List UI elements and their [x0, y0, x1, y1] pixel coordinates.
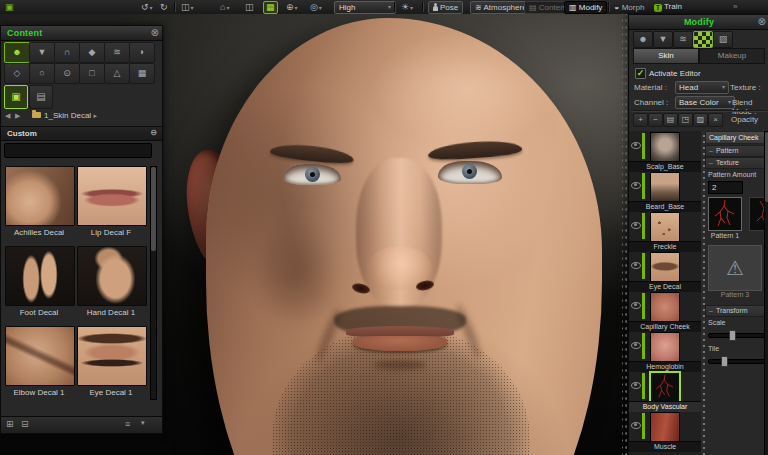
category-accessory-button[interactable]: ◆ [79, 42, 105, 63]
atmosphere-button[interactable]: ≋ Atmosphere [470, 1, 532, 14]
activate-editor-checkbox[interactable]: ✓ [635, 68, 646, 79]
layer-thumbnail[interactable] [650, 412, 680, 442]
thumbnail-large-view-icon[interactable]: ⊟ [21, 419, 29, 429]
pattern1-thumbnail[interactable] [708, 197, 742, 231]
tab-decal-icon[interactable]: ▨ [713, 31, 733, 48]
tab-texture-icon[interactable] [693, 31, 713, 48]
layer-item-selected[interactable]: Body Vascular [629, 371, 701, 411]
category-effect-button[interactable]: △ [104, 63, 130, 84]
tab-outfit-icon[interactable]: ▼ [653, 31, 673, 48]
grid-toggle-button[interactable]: ▦ [263, 1, 278, 14]
modify-panel-header[interactable]: Modify ⊗ [629, 15, 768, 30]
modify-scrollbar[interactable] [764, 131, 768, 455]
category-outfit-button[interactable]: ▼ [29, 42, 55, 63]
section-transform[interactable]: Transform [705, 305, 768, 317]
layer-thumbnail[interactable] [650, 132, 680, 162]
layer-thumbnail[interactable] [649, 371, 681, 403]
train-button[interactable]: TTrain [654, 1, 682, 13]
load-layer-button[interactable]: ▤ [663, 113, 678, 127]
thumbnail-small-view-icon[interactable]: ⊞ [6, 419, 14, 429]
section-texture[interactable]: Texture [705, 157, 768, 169]
layer-item[interactable]: Beard_Base [629, 171, 701, 211]
content-item[interactable]: Elbow Decal 1 [5, 326, 73, 397]
breadcrumb-back-icon[interactable]: ◀ [5, 112, 10, 120]
redo-button[interactable]: ↻ [160, 1, 168, 13]
category-camera-button[interactable]: ⊙ [54, 63, 80, 84]
layer-thumbnail[interactable] [650, 172, 680, 202]
undo-button[interactable]: ↺▾ [141, 1, 153, 13]
layer-thumbnail[interactable] [650, 252, 680, 282]
list-view-icon[interactable]: ≡ [125, 419, 130, 429]
breadcrumb-path[interactable]: 1_Skin Decal ▸ [29, 111, 97, 120]
layer-item[interactable]: Freckle [629, 211, 701, 251]
content-item[interactable]: Foot Decal [5, 246, 73, 317]
pose-button[interactable]: Pose [428, 1, 463, 14]
content-item-thumbnail[interactable] [5, 326, 75, 386]
add-layer-button[interactable]: + [633, 113, 648, 127]
content-item[interactable]: Eye Decal 1 [77, 326, 145, 397]
view-options-icon[interactable]: ▾ [141, 419, 145, 427]
tab-makeup[interactable]: Makeup [699, 48, 765, 64]
channel-dropdown[interactable]: Base Color▾ [675, 96, 735, 109]
screen-capture-icon[interactable]: ◫▾ [181, 1, 194, 13]
layer-thumbnail[interactable] [650, 212, 680, 242]
tile-slider[interactable] [708, 359, 766, 364]
layer-item[interactable]: Scalp_Base [629, 131, 701, 171]
category-prop-button[interactable]: ◇ [4, 63, 30, 84]
tab-hair-icon[interactable]: ≋ [673, 31, 693, 48]
content-item-thumbnail[interactable] [5, 166, 75, 226]
layer-visibility-icon[interactable] [631, 222, 641, 229]
layer-visibility-icon[interactable] [631, 262, 641, 269]
layer-visibility-icon[interactable] [631, 302, 641, 309]
layer-item[interactable]: Eye Decal [629, 251, 701, 291]
breadcrumb-forward-icon[interactable]: ▶ [15, 112, 20, 120]
move-tool-button[interactable]: ⊕▾ [286, 1, 298, 13]
panel-splitter[interactable] [622, 14, 627, 455]
category-stage-button[interactable]: □ [79, 63, 105, 84]
collapse-icon[interactable]: ⊖ [150, 128, 157, 137]
tab-skin[interactable]: Skin [633, 48, 699, 64]
content-item[interactable]: Lip Decal F [77, 166, 145, 237]
category-scene-button[interactable]: ◗ [129, 42, 155, 63]
home-camera-button[interactable]: ⌂▾ [220, 1, 229, 13]
layer-item[interactable]: Hemoglobin [629, 331, 701, 371]
category-material-button[interactable]: ≋ [104, 42, 130, 63]
skin-decal-library-button[interactable]: ▣ [4, 85, 28, 109]
material-dropdown[interactable]: Head▾ [675, 81, 729, 94]
category-image-button[interactable]: ▦ [129, 63, 155, 84]
layer-item[interactable]: Capillary Cheek [629, 291, 701, 331]
template-library-button[interactable]: ▤ [29, 85, 53, 109]
scale-slider-handle[interactable] [729, 330, 736, 341]
content-item-thumbnail[interactable] [77, 326, 147, 386]
content-close-icon[interactable]: ⊗ [151, 27, 159, 39]
quality-dropdown[interactable]: High▾ [334, 1, 396, 14]
custom-section-header[interactable]: Custom ⊖ [1, 126, 162, 141]
content-filter-input[interactable] [4, 143, 152, 158]
modify-toggle-button[interactable]: ▥ Modify [564, 1, 607, 14]
layer-visibility-icon[interactable] [631, 422, 641, 429]
content-scrollbar-thumb[interactable] [151, 167, 156, 251]
save-layer-button[interactable]: ◳ [678, 113, 693, 127]
layer-thumbnail[interactable] [650, 292, 680, 322]
morph-button[interactable]: ◒ Morph [614, 1, 644, 13]
delete-layer-button[interactable]: × [708, 113, 723, 127]
layer-thumbnail[interactable] [650, 332, 680, 362]
content-item[interactable]: Achilles Decal [5, 166, 73, 237]
layer-visibility-icon[interactable] [631, 382, 641, 389]
category-hair-button[interactable]: ∩ [54, 42, 80, 63]
content-item-thumbnail[interactable] [77, 246, 147, 306]
category-light-button[interactable]: ○ [29, 63, 55, 84]
section-pattern[interactable]: Pattern [705, 145, 768, 157]
remove-layer-button[interactable]: − [648, 113, 663, 127]
content-item-thumbnail[interactable] [5, 246, 75, 306]
scale-slider[interactable] [708, 333, 766, 338]
layer-visibility-icon[interactable] [631, 182, 641, 189]
toolbar-overflow-chevron[interactable]: » [733, 1, 737, 13]
layer-visibility-icon[interactable] [631, 342, 641, 349]
pattern3-missing-thumbnail[interactable]: ⚠ [708, 245, 762, 291]
tab-character-icon[interactable]: ☻ [633, 31, 653, 48]
content-scrollbar[interactable] [150, 166, 157, 400]
split-view-button[interactable]: ◫ [245, 1, 254, 13]
layer-item[interactable]: Muscle [629, 411, 701, 451]
content-item-thumbnail[interactable] [77, 166, 147, 226]
